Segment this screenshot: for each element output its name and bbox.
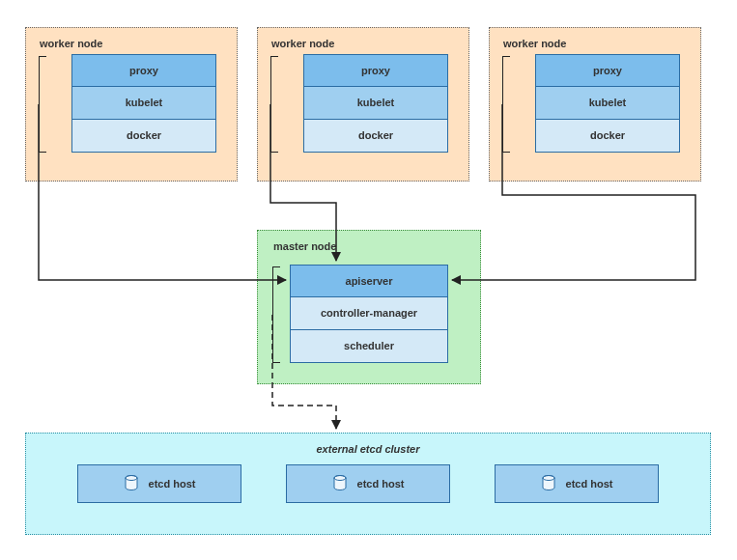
worker-1-stack: proxy kubelet docker xyxy=(71,54,216,153)
bracket-icon xyxy=(270,56,278,153)
worker-2-kubelet: kubelet xyxy=(303,87,448,120)
etcd-cluster-title: external etcd cluster xyxy=(26,443,710,455)
worker-1-kubelet: kubelet xyxy=(71,87,216,120)
bracket-icon xyxy=(272,266,280,363)
database-icon xyxy=(124,475,139,492)
master-controller-manager: controller-manager xyxy=(290,297,448,330)
etcd-host-3: etcd host xyxy=(495,464,659,503)
external-etcd-cluster: external etcd cluster etcd host etcd hos… xyxy=(25,433,711,535)
master-node-title: master node xyxy=(273,240,467,252)
etcd-host-row: etcd host etcd host etcd host xyxy=(26,464,710,503)
worker-3-docker: docker xyxy=(535,120,680,153)
worker-3-stack: proxy kubelet docker xyxy=(535,54,680,153)
etcd-host-2: etcd host xyxy=(286,464,450,503)
worker-2-stack: proxy kubelet docker xyxy=(303,54,448,153)
worker-3-kubelet: kubelet xyxy=(535,87,680,120)
database-icon xyxy=(332,475,348,492)
worker-node-3-title: worker node xyxy=(503,38,689,49)
master-scheduler: scheduler xyxy=(290,330,448,363)
master-apiserver: apiserver xyxy=(290,265,448,297)
worker-1-docker: docker xyxy=(71,120,216,153)
etcd-host-1-label: etcd host xyxy=(149,478,196,490)
etcd-host-2-label: etcd host xyxy=(357,478,405,490)
worker-3-proxy: proxy xyxy=(535,54,680,87)
worker-node-2-title: worker node xyxy=(271,38,457,49)
etcd-host-3-label: etcd host xyxy=(566,478,613,490)
diagram-canvas: worker node proxy kubelet docker worker … xyxy=(0,0,737,560)
worker-node-1-title: worker node xyxy=(40,38,225,49)
worker-1-proxy: proxy xyxy=(71,54,216,87)
etcd-host-1: etcd host xyxy=(77,464,241,503)
bracket-icon xyxy=(502,56,510,153)
worker-2-proxy: proxy xyxy=(303,54,448,87)
database-icon xyxy=(541,475,556,492)
bracket-icon xyxy=(39,56,46,153)
master-stack: apiserver controller-manager scheduler xyxy=(290,265,448,363)
worker-2-docker: docker xyxy=(303,120,448,153)
